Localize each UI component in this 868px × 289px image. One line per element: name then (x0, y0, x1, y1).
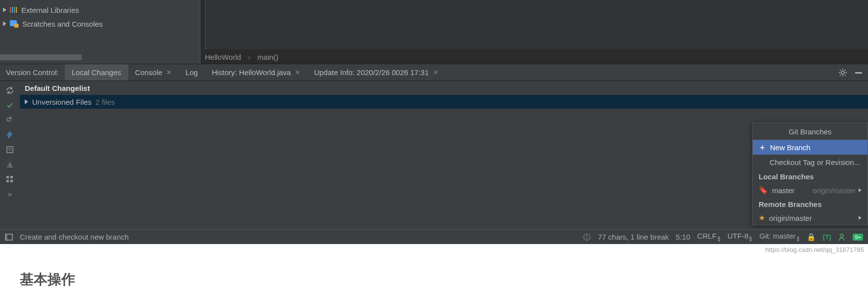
editor-surface[interactable] (205, 0, 868, 49)
status-encoding[interactable]: UTF-8▴▾ (727, 232, 753, 242)
unversioned-count: 2 files (96, 98, 115, 106)
branch-name: origin/master (769, 214, 812, 222)
watermark-url: https://blog.csdn.net/qq_31871785 (766, 246, 865, 253)
notifications-badge[interactable]: 9+ (853, 234, 863, 241)
group-by-icon[interactable] (5, 175, 14, 184)
status-caret[interactable]: 5:10 (676, 233, 690, 241)
branch-name: master (772, 186, 795, 195)
close-icon[interactable]: ✕ (433, 69, 438, 76)
chevron-right-icon (859, 216, 862, 220)
svg-rect-20 (10, 176, 13, 178)
tab-label: Update Info: 2020/2/26 0026 17:31 (314, 68, 429, 77)
status-chars[interactable]: 77 chars, 1 line break (598, 233, 669, 241)
svg-point-6 (841, 71, 844, 74)
git-branches-popup: Git Branches ＋ New Branch Checkout Tag o… (752, 123, 868, 225)
svg-rect-19 (6, 176, 9, 178)
svg-rect-27 (586, 237, 587, 239)
svg-line-11 (840, 70, 841, 71)
remote-branches-header: Remote Branches (753, 197, 868, 211)
star-icon: ★ (759, 213, 765, 222)
lock-icon[interactable]: 🔒 (807, 233, 816, 242)
new-branch-item[interactable]: ＋ New Branch (753, 140, 868, 155)
chevron-right-icon: › (248, 53, 250, 61)
local-changes-panel: » Default Changelist Unversioned Files 2… (0, 81, 868, 229)
tab-update-info[interactable]: Update Info: 2020/2/26 0026 17:31 ✕ (307, 64, 445, 81)
version-control-tabs: Version Control: Local Changes Console ✕… (0, 64, 868, 81)
toolwindow-icon[interactable] (5, 233, 13, 241)
tree-item-external-libraries[interactable]: External Libraries (0, 3, 200, 17)
gear-icon[interactable] (838, 68, 847, 77)
memory-indicator-icon[interactable] (838, 233, 846, 241)
tab-label: Local Changes (72, 68, 121, 77)
tab-log[interactable]: Log (179, 64, 205, 81)
popup-item-label: Checkout Tag or Revision... (770, 158, 860, 166)
rollback-icon[interactable] (5, 116, 14, 124)
changelist-label: Default Changelist (25, 84, 90, 92)
svg-line-12 (845, 75, 846, 76)
tab-label: Log (186, 68, 198, 77)
plus-icon: ＋ (759, 143, 766, 152)
tab-history[interactable]: History: HelloWorld.java ✕ (205, 64, 307, 81)
tree-item-label: Scratches and Consoles (22, 20, 103, 28)
editor-area (200, 0, 868, 64)
svg-line-13 (840, 75, 841, 76)
svg-rect-24 (5, 234, 7, 240)
info-icon[interactable] (583, 233, 591, 241)
local-branch-master[interactable]: 🔖 master origin/master (753, 183, 868, 197)
default-changelist-row[interactable]: Default Changelist (20, 81, 868, 95)
status-hint: Create and checkout new branch (20, 233, 129, 241)
tab-console[interactable]: Console ✕ (128, 64, 179, 81)
breadcrumb-method: main() (257, 53, 279, 61)
breadcrumb-class: HelloWorld (205, 53, 241, 61)
popup-title: Git Branches (753, 123, 868, 140)
commit-icon[interactable] (5, 101, 14, 110)
chevron-right-icon (25, 99, 28, 104)
tree-item-scratches[interactable]: Scratches and Consoles (0, 17, 200, 31)
chevron-right-icon (859, 188, 862, 192)
svg-point-28 (840, 234, 843, 237)
refresh-icon[interactable] (5, 86, 14, 95)
checkout-tag-item[interactable]: Checkout Tag or Revision... (753, 155, 868, 169)
chevron-right-icon (3, 7, 6, 12)
svg-line-14 (845, 70, 846, 71)
svg-rect-16 (7, 147, 13, 153)
expand-icon[interactable]: » (8, 190, 12, 198)
popup-item-label: New Branch (770, 143, 811, 152)
status-linesep[interactable]: CRLF▴▾ (697, 232, 721, 242)
horizontal-scrollbar-thumb[interactable] (0, 54, 82, 60)
shelve-icon[interactable] (5, 160, 14, 169)
version-control-title: Version Control: (0, 68, 65, 77)
project-tree: External Libraries Scratches and Console… (0, 0, 200, 64)
tab-label: Console (135, 68, 162, 77)
tracking-label: origin/master (813, 186, 856, 195)
breadcrumb[interactable]: HelloWorld › main() (205, 50, 279, 64)
status-git[interactable]: Git: master▴▾ (759, 232, 799, 242)
library-icon (9, 6, 18, 14)
tbox-icon[interactable]: [T] (823, 233, 831, 241)
minimize-icon[interactable] (854, 68, 863, 77)
tab-label: History: HelloWorld.java (212, 68, 291, 77)
svg-rect-21 (6, 180, 9, 182)
diff-icon[interactable] (5, 130, 14, 139)
tag-icon: 🔖 (759, 186, 768, 195)
unversioned-files-row[interactable]: Unversioned Files 2 files (20, 95, 868, 109)
close-icon[interactable]: ✕ (166, 69, 172, 76)
svg-rect-22 (10, 180, 13, 182)
scratches-icon (9, 20, 19, 28)
changes-toolbar: » (0, 81, 20, 229)
chevron-right-icon (3, 21, 6, 26)
changelist-icon[interactable] (5, 145, 14, 154)
svg-point-26 (586, 235, 587, 236)
svg-rect-15 (855, 72, 862, 74)
article-heading: 基本操作 (20, 270, 75, 289)
tab-local-changes[interactable]: Local Changes (65, 64, 128, 81)
page-below-ide: https://blog.csdn.net/qq_31871785 基本操作 (0, 244, 868, 289)
remote-branch-origin-master[interactable]: ★ origin/master (753, 211, 868, 225)
changes-list: Default Changelist Unversioned Files 2 f… (20, 81, 868, 229)
status-bar: Create and checkout new branch 77 chars,… (0, 229, 868, 244)
tree-item-label: External Libraries (21, 6, 79, 14)
unversioned-label: Unversioned Files (32, 98, 92, 106)
close-icon[interactable]: ✕ (295, 69, 300, 76)
local-branches-header: Local Branches (753, 169, 868, 183)
